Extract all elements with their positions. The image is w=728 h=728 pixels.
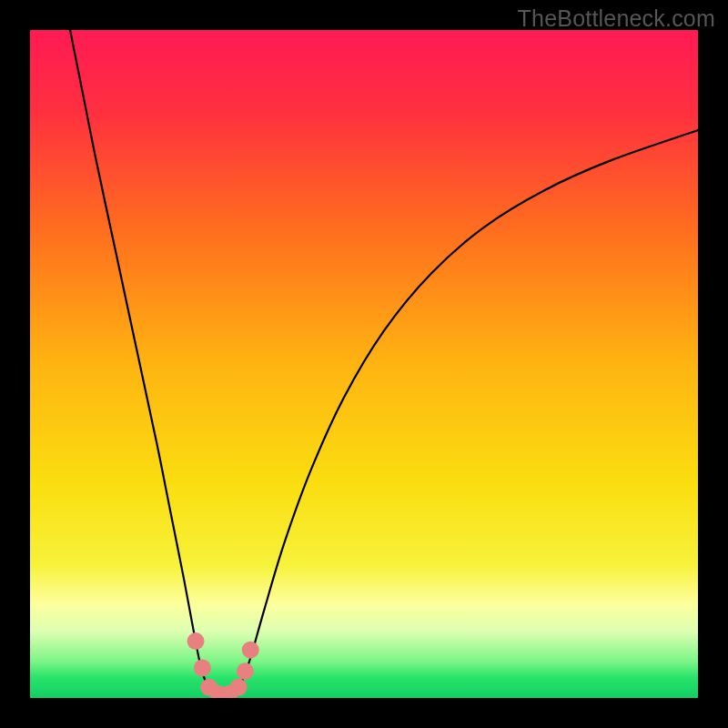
bottleneck-chart: [30, 30, 698, 698]
data-marker: [230, 679, 248, 696]
data-marker: [194, 659, 211, 676]
data-marker: [237, 662, 254, 680]
data-marker: [187, 632, 205, 650]
chart-background: [30, 30, 698, 698]
watermark-text: TheBottleneck.com: [518, 5, 715, 32]
chart-frame: TheBottleneck.com: [0, 0, 728, 728]
plot-area: [30, 30, 698, 698]
data-marker: [242, 642, 259, 659]
